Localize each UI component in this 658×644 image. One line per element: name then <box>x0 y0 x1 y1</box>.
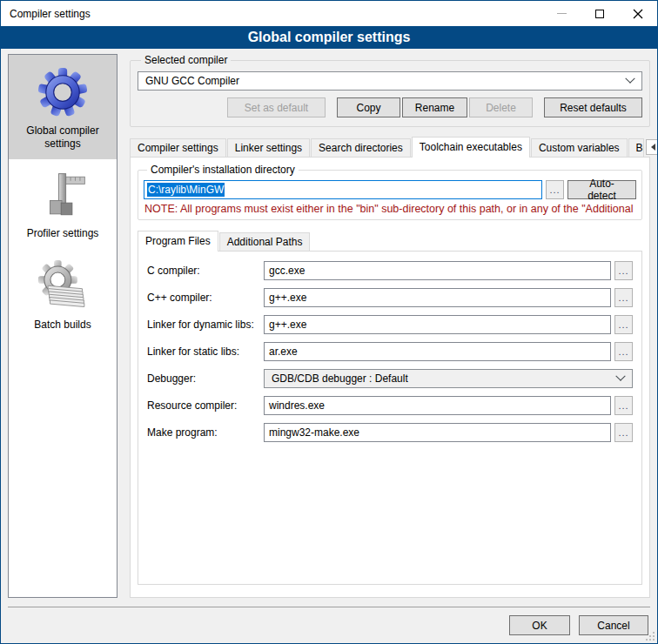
resource-compiler-value: windres.exe <box>269 399 325 412</box>
rename-button[interactable]: Rename <box>402 97 467 117</box>
make-program-label: Make program: <box>147 426 264 439</box>
sidebar-item-label: Profiler settings <box>27 227 99 240</box>
make-program-value: mingw32-make.exe <box>269 426 359 439</box>
resource-compiler-row: Resource compiler: windres.exe ... <box>147 396 633 415</box>
dynamic-linker-browse-button[interactable]: ... <box>614 315 633 334</box>
tab-program-files[interactable]: Program Files <box>138 231 218 252</box>
resource-compiler-label: Resource compiler: <box>147 399 264 412</box>
tab-additional-paths[interactable]: Additional Paths <box>219 232 311 251</box>
gear-stack-icon <box>37 260 89 312</box>
cpp-compiler-row: C++ compiler: g++.exe ... <box>147 288 633 307</box>
dynamic-linker-input[interactable]: g++.exe <box>264 315 611 334</box>
c-compiler-value: gcc.exe <box>269 265 305 277</box>
tab-scroll-left-button[interactable] <box>646 139 658 155</box>
cpp-compiler-browse-button[interactable]: ... <box>614 288 633 307</box>
tab-compiler-settings[interactable]: Compiler settings <box>130 138 226 157</box>
debugger-value: GDB/CDB debugger : Default <box>272 372 617 385</box>
copy-button[interactable]: Copy <box>337 97 400 117</box>
minimize-button[interactable] <box>542 1 581 26</box>
dynamic-linker-row: Linker for dynamic libs: g++.exe ... <box>147 315 633 334</box>
compiler-select-value: GNU GCC Compiler <box>145 75 627 87</box>
debugger-row: Debugger: GDB/CDB debugger : Default <box>147 369 633 388</box>
tab-custom-variables[interactable]: Custom variables <box>531 138 628 157</box>
auto-detect-button[interactable]: Auto-detect <box>567 180 636 199</box>
tab-scroll-arrows <box>646 139 658 155</box>
gear-blue-icon <box>37 66 89 118</box>
selected-compiler-group-label: Selected compiler <box>141 54 231 66</box>
minimize-icon <box>557 13 567 14</box>
selected-compiler-group: Selected compiler GNU GCC Compiler Set a… <box>130 54 650 127</box>
caption-buttons <box>542 1 657 26</box>
compiler-select[interactable]: GNU GCC Compiler <box>138 71 642 91</box>
cpp-compiler-value: g++.exe <box>269 292 306 304</box>
sidebar-item-batch-builds[interactable]: Batch builds <box>9 249 117 340</box>
make-program-browse-button[interactable]: ... <box>614 423 633 442</box>
titlebar: Compiler settings <box>1 1 657 26</box>
debugger-select[interactable]: GDB/CDB debugger : Default <box>264 369 633 388</box>
c-compiler-label: C compiler: <box>147 265 264 277</box>
sidebar-item-profiler-settings[interactable]: Profiler settings <box>9 159 117 249</box>
installation-directory-browse-button[interactable]: ... <box>546 180 564 199</box>
reset-defaults-button[interactable]: Reset defaults <box>544 97 642 117</box>
ok-button[interactable]: OK <box>509 615 570 635</box>
sidebar-item-label: Global compiler settings <box>10 124 115 151</box>
installation-directory-group: Compiler's installation directory C:\ray… <box>138 164 642 220</box>
maximize-button[interactable] <box>581 1 619 26</box>
chevron-down-icon <box>615 372 625 381</box>
window-title: Compiler settings <box>1 8 91 20</box>
installation-directory-row: C:\raylib\MinGW ... Auto-detect <box>144 180 636 199</box>
arrow-left-icon <box>651 144 655 151</box>
compiler-buttons-row: Set as default Copy Rename Delete Reset … <box>138 97 642 117</box>
settings-tabbar: Compiler settings Linker settings Search… <box>130 136 650 157</box>
program-files-page: C compiler: gcc.exe ... C++ compiler: g+… <box>138 251 642 585</box>
tab-linker-settings[interactable]: Linker settings <box>227 138 310 157</box>
chevron-down-icon <box>625 74 634 84</box>
c-compiler-input[interactable]: gcc.exe <box>264 261 611 280</box>
static-linker-row: Linker for static libs: ar.exe ... <box>147 342 633 361</box>
make-program-row: Make program: mingw32-make.exe ... <box>147 423 633 442</box>
static-linker-value: ar.exe <box>269 345 298 358</box>
bin-subdirectory-note: NOTE: All programs must exist either in … <box>144 203 635 215</box>
compiler-settings-window: Compiler settings Global compiler settin… <box>0 0 658 644</box>
installation-directory-value: C:\raylib\MinGW <box>147 183 225 197</box>
dialog-footer: OK Cancel <box>8 607 650 643</box>
static-linker-label: Linker for static libs: <box>147 345 264 358</box>
sidebar-item-label: Batch builds <box>34 319 91 332</box>
c-compiler-row: C compiler: gcc.exe ... <box>147 261 633 280</box>
close-button[interactable] <box>619 1 657 26</box>
tab-build-options[interactable]: Builc <box>628 138 644 157</box>
set-as-default-button[interactable]: Set as default <box>227 97 326 117</box>
resource-compiler-browse-button[interactable]: ... <box>614 396 633 415</box>
tab-search-directories[interactable]: Search directories <box>311 138 411 157</box>
cpp-compiler-input[interactable]: g++.exe <box>264 288 611 307</box>
close-icon <box>633 9 643 19</box>
installation-directory-input[interactable]: C:\raylib\MinGW <box>144 180 542 199</box>
static-linker-browse-button[interactable]: ... <box>614 342 633 361</box>
page-title: Global compiler settings <box>1 26 657 49</box>
make-program-input[interactable]: mingw32-make.exe <box>264 423 611 442</box>
resource-compiler-input[interactable]: windres.exe <box>264 396 611 415</box>
c-compiler-browse-button[interactable]: ... <box>614 261 633 280</box>
debugger-label: Debugger: <box>147 372 264 385</box>
toolchain-executables-page: Compiler's installation directory C:\ray… <box>130 157 650 598</box>
cpp-compiler-label: C++ compiler: <box>147 292 264 304</box>
dialog-body: Global compiler settings <box>1 49 657 607</box>
static-linker-input[interactable]: ar.exe <box>264 342 611 361</box>
delete-button[interactable]: Delete <box>469 97 533 117</box>
settings-category-list: Global compiler settings <box>8 54 118 598</box>
installation-directory-group-label: Compiler's installation directory <box>147 164 299 176</box>
caliper-icon <box>37 171 88 221</box>
dynamic-linker-label: Linker for dynamic libs: <box>147 319 264 331</box>
sidebar-item-global-compiler-settings[interactable]: Global compiler settings <box>9 55 117 159</box>
maximize-icon <box>595 10 604 18</box>
resize-grip[interactable] <box>646 632 655 641</box>
main-panel: Selected compiler GNU GCC Compiler Set a… <box>130 54 650 598</box>
cancel-button[interactable]: Cancel <box>579 615 648 635</box>
program-tabbar: Program Files Additional Paths <box>138 230 642 251</box>
dynamic-linker-value: g++.exe <box>269 319 306 331</box>
tab-toolchain-executables[interactable]: Toolchain executables <box>412 137 530 158</box>
